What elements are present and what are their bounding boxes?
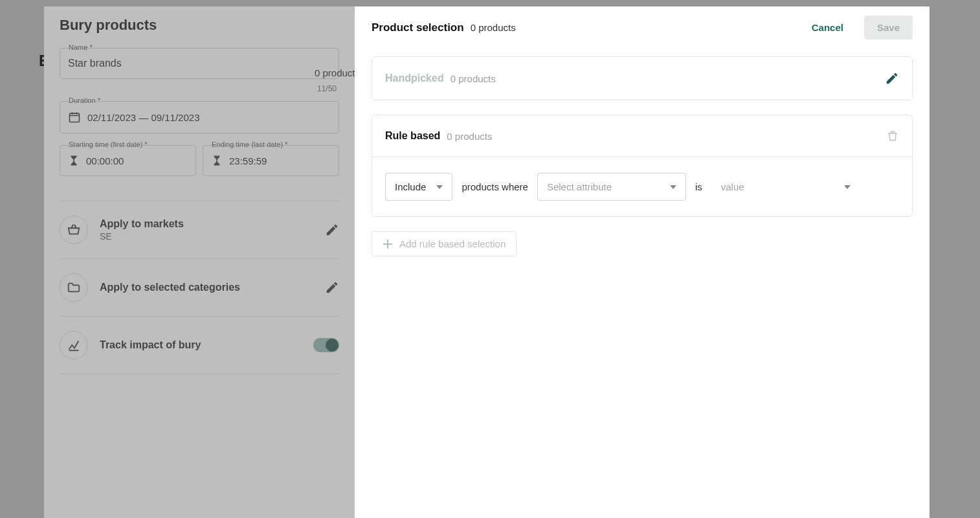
start-time-picker[interactable]: 00:00:00 <box>60 145 196 176</box>
svg-rect-0 <box>70 113 80 122</box>
track-title: Track impact of bury <box>100 339 302 351</box>
apply-to-markets-row: Apply to markets SE <box>60 201 339 259</box>
chevron-down-icon <box>436 185 443 189</box>
start-time-value: 00:00:00 <box>86 155 124 166</box>
attribute-select[interactable]: Select attribute <box>537 173 686 201</box>
handpicked-title: Handpicked <box>385 73 444 84</box>
products-where-text: products where <box>462 181 528 192</box>
value-placeholder: value <box>721 181 744 192</box>
duration-picker[interactable]: 02/11/2023 — 09/11/2023 <box>60 101 339 133</box>
panel-title: Bury products <box>60 17 339 34</box>
rule-based-title: Rule based <box>385 130 440 142</box>
cancel-button[interactable]: Cancel <box>803 16 852 39</box>
track-impact-toggle[interactable] <box>313 338 339 352</box>
add-rule-label: Add rule based selection <box>399 238 506 249</box>
attribute-placeholder: Select attribute <box>547 181 612 192</box>
handpicked-card: Handpicked 0 products <box>372 56 913 100</box>
rule-row: Include products where Select attribute … <box>372 157 912 216</box>
end-time-label: Ending time (last date) * <box>209 141 290 148</box>
markets-sub: SE <box>100 231 313 242</box>
chevron-down-icon <box>670 185 676 189</box>
name-input[interactable] <box>68 58 331 69</box>
save-button[interactable]: Save <box>864 16 913 39</box>
product-selection-count: 0 products <box>471 22 516 33</box>
include-label: Include <box>395 181 426 192</box>
edit-categories-button[interactable] <box>325 280 339 295</box>
name-char-count: 11/50 <box>60 84 339 93</box>
end-time-picker[interactable]: 23:59:59 <box>203 145 339 176</box>
handpicked-count: 0 products <box>451 73 496 84</box>
analytics-icon <box>60 331 88 359</box>
categories-title: Apply to selected categories <box>100 282 313 293</box>
include-exclude-select[interactable]: Include <box>385 173 452 201</box>
apply-to-categories-row: Apply to selected categories <box>60 259 339 317</box>
rule-based-card: Rule based 0 products Include products w… <box>372 115 913 217</box>
basket-icon <box>60 216 88 244</box>
plus-icon <box>383 239 393 249</box>
duration-label: Duration * <box>66 96 103 104</box>
start-time-label: Starting time (first date) * <box>66 141 150 148</box>
duration-value: 02/11/2023 — 09/11/2023 <box>87 112 199 123</box>
hourglass-icon <box>211 155 223 166</box>
add-rule-based-selection-button[interactable]: Add rule based selection <box>372 231 517 256</box>
markets-title: Apply to markets <box>100 218 313 230</box>
hourglass-icon <box>68 155 80 166</box>
edit-handpicked-button[interactable] <box>885 71 899 85</box>
delete-rule-button[interactable] <box>886 130 899 142</box>
rule-based-count: 0 products <box>447 131 492 142</box>
is-text: is <box>695 181 702 192</box>
product-selection-title: Product selection <box>372 21 464 34</box>
edit-markets-button[interactable] <box>325 223 339 237</box>
product-selection-panel: Product selection 0 products Cancel Save… <box>355 6 930 518</box>
chevron-down-icon <box>844 185 851 189</box>
panel-header: Product selection 0 products Cancel Save <box>355 6 930 49</box>
name-field[interactable] <box>60 48 339 79</box>
end-time-value: 23:59:59 <box>229 155 267 166</box>
background-product-count: 0 product <box>315 67 355 78</box>
calendar-icon <box>68 111 81 124</box>
bury-products-panel: Bury products Name * 11/50 Duration * 02… <box>44 6 355 518</box>
name-label: Name * <box>66 43 95 51</box>
track-impact-row: Track impact of bury <box>60 317 339 374</box>
value-select[interactable]: value <box>711 173 860 201</box>
folder-icon <box>60 273 88 302</box>
